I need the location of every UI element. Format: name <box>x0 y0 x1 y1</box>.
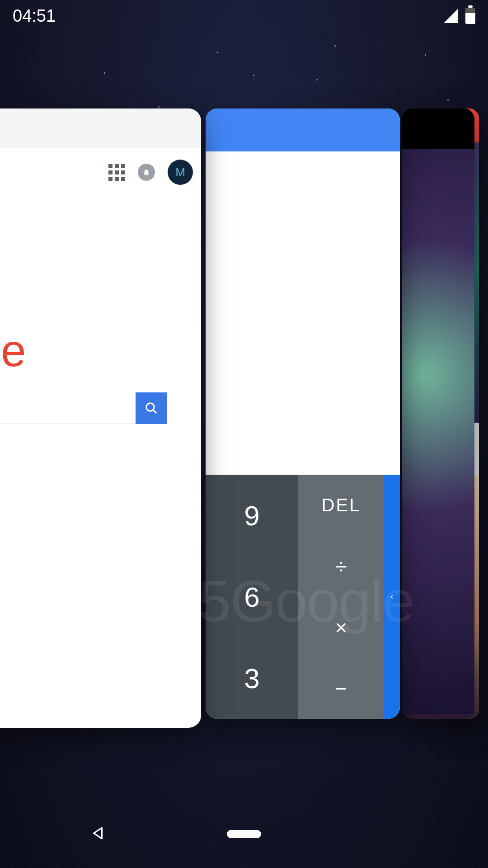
calculator-key-9[interactable]: 9 <box>206 475 298 556</box>
calculator-ops-column: DEL ÷ × − <box>298 475 384 719</box>
card3-header <box>402 108 474 149</box>
recent-card-wallpaper-nebula[interactable] <box>402 108 474 719</box>
calculator-key-multiply[interactable]: × <box>298 597 384 658</box>
status-bar: 04:51 <box>0 0 488 32</box>
calculator-key-del[interactable]: DEL <box>298 475 384 536</box>
system-nav-bar <box>0 800 488 868</box>
account-avatar[interactable]: M <box>168 160 193 185</box>
calculator-key-6[interactable]: 6 <box>206 556 298 637</box>
chevron-left-icon: ‹ <box>391 593 393 601</box>
recent-card-calculator[interactable]: 9 6 3 DEL ÷ × − ‹ <box>206 108 400 719</box>
svg-point-0 <box>146 403 155 411</box>
calculator-keypad: 9 6 3 DEL ÷ × − ‹ <box>206 475 400 719</box>
battery-icon <box>465 8 475 24</box>
google-logo: Google <box>0 325 25 377</box>
back-icon <box>90 825 107 841</box>
google-search-button[interactable] <box>136 392 167 424</box>
avatar-initial: M <box>175 165 185 179</box>
google-header-actions: M <box>108 160 193 185</box>
calculator-num-column: 9 6 3 <box>206 475 298 719</box>
status-right <box>444 8 475 24</box>
svg-line-1 <box>153 410 157 414</box>
apps-grid-icon[interactable] <box>108 164 125 181</box>
notifications-icon[interactable] <box>138 164 155 181</box>
card3-image <box>402 149 474 714</box>
chrome-omnibox-bar[interactable] <box>0 108 201 148</box>
recent-apps-carousel[interactable]: 9 6 3 DEL ÷ × − ‹ <box>0 108 488 730</box>
calculator-key-divide[interactable]: ÷ <box>298 536 384 597</box>
calculator-advanced-panel-handle[interactable]: ‹ <box>384 475 400 719</box>
calculator-display <box>206 151 400 475</box>
recent-card-chrome[interactable]: M Google <box>0 108 201 728</box>
google-search-row <box>0 392 167 424</box>
chrome-page-body: M Google <box>0 148 201 722</box>
calculator-key-minus[interactable]: − <box>298 658 384 719</box>
google-search-input[interactable] <box>0 392 136 424</box>
calculator-header <box>206 108 400 151</box>
nav-home-pill[interactable] <box>227 830 261 838</box>
signal-icon <box>444 9 458 23</box>
status-time: 04:51 <box>13 6 56 26</box>
calculator-key-3[interactable]: 3 <box>206 637 298 719</box>
nav-back-button[interactable] <box>90 825 107 843</box>
search-icon <box>145 401 158 415</box>
